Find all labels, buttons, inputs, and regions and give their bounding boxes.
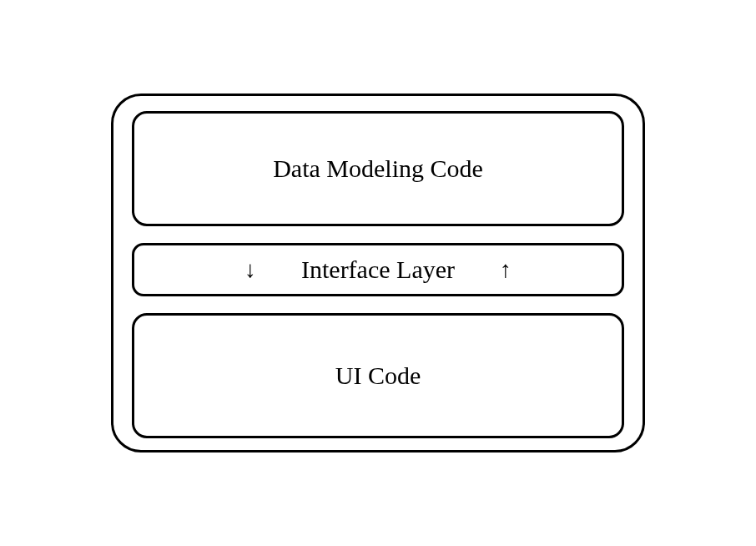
arrow-down-icon: ↓ [244, 258, 256, 281]
data-modeling-box: Data Modeling Code [132, 111, 624, 226]
architecture-container: Data Modeling Code ↓ Interface Layer ↑ U… [111, 94, 645, 452]
ui-code-label: UI Code [335, 361, 421, 390]
interface-layer-label: Interface Layer [298, 255, 458, 284]
ui-code-box: UI Code [132, 313, 624, 438]
arrow-up-icon: ↑ [500, 258, 512, 281]
data-modeling-label: Data Modeling Code [273, 154, 483, 183]
interface-layer-box: ↓ Interface Layer ↑ [132, 243, 624, 296]
